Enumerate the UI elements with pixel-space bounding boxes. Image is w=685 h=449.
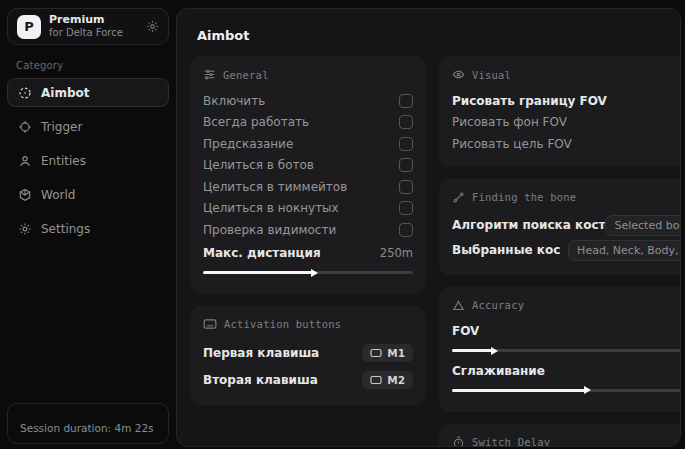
- session-duration-text: Session duration: 4m 22s: [20, 422, 154, 434]
- setting-label: Вторая клавиша: [203, 373, 318, 387]
- card-general-header: General: [203, 68, 413, 81]
- brand-text: Premium for Delta Force: [49, 14, 138, 38]
- person-icon: [18, 154, 32, 168]
- keyboard-icon: [203, 318, 217, 330]
- setting-label: Включить: [203, 94, 265, 108]
- setting-row-aim-teammates: Целиться в тиммейтов: [203, 176, 413, 198]
- mouse-icon: [370, 375, 382, 385]
- sidebar-item-aimbot[interactable]: Aimbot: [7, 78, 169, 107]
- card-visual: Visual Рисовать границу FOV Рисовать фон…: [439, 56, 681, 167]
- sidebar-item-entities[interactable]: Entities: [7, 146, 169, 175]
- fov-slider[interactable]: [452, 349, 681, 352]
- checkbox[interactable]: [399, 180, 413, 194]
- checkbox[interactable]: [399, 94, 413, 108]
- page-title: Aimbot: [197, 28, 667, 43]
- setting-label: Предсказание: [203, 137, 293, 151]
- setting-row-selected-bones: Выбранные кос Head, Neck, Body, Pe...: [452, 238, 681, 263]
- card-accuracy: Accuracy FOV 60° Сглаживание 50%: [439, 287, 681, 412]
- brand-subtitle: for Delta Force: [49, 27, 138, 39]
- sidebar-item-trigger[interactable]: Trigger: [7, 112, 169, 141]
- setting-row-draw-fov-target: Рисовать цель FOV: [452, 133, 681, 155]
- checkbox[interactable]: [399, 137, 413, 151]
- timer-icon: [452, 436, 465, 448]
- card-accuracy-header: Accuracy: [452, 299, 681, 312]
- sidebar-item-world[interactable]: World: [7, 180, 169, 209]
- setting-label: Всегда работать: [203, 115, 309, 129]
- setting-label: Первая клавиша: [203, 346, 319, 360]
- gear-icon: [18, 222, 32, 236]
- setting-label: Макс. дистанция: [203, 246, 321, 260]
- card-title: Activation buttons: [224, 318, 341, 330]
- setting-label: FOV: [452, 324, 479, 338]
- keybind-label: M2: [387, 374, 405, 386]
- setting-row-smoothing: Сглаживание 50%: [452, 360, 681, 392]
- selected-bones-select[interactable]: Head, Neck, Body, Pe...: [568, 240, 681, 261]
- keybind-button-m2[interactable]: M2: [362, 371, 413, 389]
- sidebar-item-label: Settings: [41, 222, 90, 236]
- brand-title: Premium: [49, 14, 138, 27]
- triangle-icon: [452, 299, 465, 312]
- card-title: Visual: [472, 69, 511, 81]
- setting-row-max-distance: Макс. дистанция 250m: [203, 243, 413, 275]
- setting-row-prediction: Предсказание: [203, 133, 413, 155]
- slider-value: 250m: [380, 246, 413, 260]
- setting-label: Рисовать цель FOV: [452, 137, 572, 151]
- sidebar-item-settings[interactable]: Settings: [7, 214, 169, 243]
- mouse-icon: [370, 348, 382, 358]
- keybind-button-m1[interactable]: M1: [362, 344, 413, 362]
- setting-row-visibility-check: Проверка видимости: [203, 219, 413, 241]
- setting-label: Алгоритм поиска кост: [452, 218, 605, 232]
- setting-label: Целиться в тиммейтов: [203, 180, 347, 194]
- card-general: General Включить Всегда работать Предска…: [190, 56, 426, 294]
- bone-algorithm-select[interactable]: Selected bone: [605, 215, 681, 236]
- card-finding-bone: Finding the bone Алгоритм поиска кост Se…: [439, 179, 681, 275]
- checkbox[interactable]: [399, 115, 413, 129]
- setting-row-aim-knocked: Целиться в нокнутых: [203, 198, 413, 220]
- setting-label: Выбранные кос: [452, 243, 560, 257]
- card-activation-header: Activation buttons: [203, 318, 413, 330]
- checkbox[interactable]: [399, 223, 413, 237]
- setting-row-fov: FOV 60°: [452, 321, 681, 353]
- card-title: Finding the bone: [472, 191, 576, 203]
- card-activation-buttons: Activation buttons Первая клавиша M1: [190, 306, 426, 405]
- setting-label: Рисовать фон FOV: [452, 115, 567, 129]
- sidebar-item-label: Entities: [41, 154, 86, 168]
- setting-row-draw-fov-background: Рисовать фон FOV: [452, 112, 681, 134]
- card-bone-header: Finding the bone: [452, 191, 681, 204]
- keybind-label: M1: [387, 347, 405, 359]
- keybind-row-first: Первая клавиша M1: [203, 339, 413, 366]
- select-value: Head, Neck, Body, Pe...: [577, 244, 681, 257]
- sidebar-item-label: World: [41, 188, 75, 202]
- setting-row-always-work: Всегда работать: [203, 112, 413, 134]
- setting-label: Проверка видимости: [203, 223, 336, 237]
- setting-label: Целиться в ботов: [203, 158, 314, 172]
- card-title: Switch Delay: [472, 436, 550, 447]
- smoothing-slider[interactable]: [452, 389, 681, 392]
- select-value: Selected bone: [614, 219, 681, 232]
- eye-icon: [452, 68, 465, 81]
- card-title: Accuracy: [472, 299, 524, 311]
- card-title: General: [223, 69, 269, 81]
- checkbox[interactable]: [399, 201, 413, 215]
- setting-label: Рисовать границу FOV: [452, 94, 607, 108]
- sidebar: P Premium for Delta Force Category Aimbo…: [0, 0, 176, 449]
- max-distance-slider[interactable]: [203, 271, 413, 274]
- setting-row-enable: Включить: [203, 90, 413, 112]
- session-duration-box: Session duration: 4m 22s: [7, 403, 169, 444]
- gear-icon[interactable]: [146, 20, 159, 33]
- category-label: Category: [16, 60, 176, 71]
- brand-logo: P: [17, 15, 41, 39]
- world-icon: [18, 188, 32, 202]
- setting-row-draw-fov-border: Рисовать границу FOV: [452, 90, 681, 112]
- crosshair-scan-icon: [18, 86, 32, 100]
- sidebar-item-label: Trigger: [41, 120, 82, 134]
- setting-label: Целиться в нокнутых: [203, 201, 339, 215]
- keybind-row-second: Вторая клавиша M2: [203, 366, 413, 393]
- sidebar-nav: Aimbot Trigger Entities: [0, 78, 176, 248]
- card-switch-delay-header: Switch Delay: [452, 436, 681, 448]
- checkbox[interactable]: [399, 158, 413, 172]
- main-panel: Aimbot General Включить: [176, 8, 681, 447]
- setting-row-bone-algorithm: Алгоритм поиска кост Selected bone: [452, 213, 681, 238]
- setting-label: Сглаживание: [452, 364, 545, 378]
- bone-icon: [452, 191, 465, 204]
